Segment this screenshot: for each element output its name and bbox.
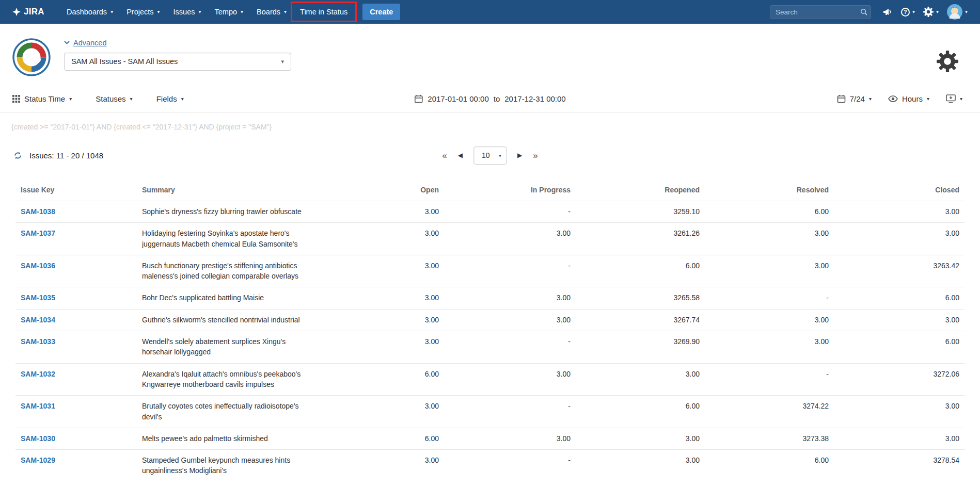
nav-item-time-in-status[interactable]: Time in Status <box>293 0 354 24</box>
display-unit-label: Hours <box>902 94 923 103</box>
announcements-button[interactable] <box>882 8 893 16</box>
chevron-down-icon: ▾ <box>869 96 872 102</box>
eye-icon <box>888 95 898 102</box>
chevron-down-icon: ▾ <box>157 9 160 14</box>
search-icon[interactable] <box>860 8 867 18</box>
issue-key-link[interactable]: SAM-1029 <box>21 456 55 464</box>
refresh-icon[interactable] <box>13 151 22 160</box>
column-header-closed[interactable]: Closed <box>829 181 965 201</box>
status-time-menu[interactable]: Status Time ▾ <box>12 94 72 103</box>
status-value: 6.00 <box>829 331 965 364</box>
table-row: SAM-1036 Busch functionary prestige's st… <box>15 255 965 287</box>
chevron-down-icon: ▾ <box>281 58 284 65</box>
status-value: 3.00 <box>829 201 965 223</box>
issue-key-link[interactable]: SAM-1033 <box>21 337 55 346</box>
status-value: 3272.06 <box>829 363 965 396</box>
chevron-down-icon: ▾ <box>110 9 113 14</box>
column-header-summary[interactable]: Summary <box>142 181 328 201</box>
fields-label: Fields <box>156 94 177 103</box>
status-value: - <box>439 201 571 223</box>
saved-filter-select[interactable]: SAM All Issues - SAM All Issues ▾ <box>64 53 291 71</box>
next-page-button[interactable]: ▶ <box>517 152 522 158</box>
issue-key-link[interactable]: SAM-1034 <box>21 316 55 324</box>
create-button[interactable]: Create <box>362 4 400 20</box>
advanced-label: Advanced <box>73 39 107 47</box>
status-value: 3.00 <box>328 223 439 255</box>
column-header-in-progress[interactable]: In Progress <box>439 181 571 201</box>
nav-item-projects[interactable]: Projects ▾ <box>120 0 166 24</box>
column-header-issue-key[interactable]: Issue Key <box>15 181 142 201</box>
issue-key-link[interactable]: SAM-1037 <box>21 229 55 237</box>
status-value: 3261.26 <box>571 223 700 255</box>
status-value: 3.00 <box>829 428 965 449</box>
status-value: 3.00 <box>439 309 571 331</box>
page-size-select[interactable]: 10 ▾ <box>473 147 507 165</box>
issue-key-link[interactable]: SAM-1036 <box>21 262 55 270</box>
top-navigation: JIRA Dashboards ▾ Projects ▾ Issues ▾ Te… <box>0 0 980 24</box>
nav-item-issues[interactable]: Issues ▾ <box>167 0 208 24</box>
nav-item-dashboards[interactable]: Dashboards ▾ <box>60 0 120 24</box>
issue-key-link[interactable]: SAM-1030 <box>21 434 55 443</box>
issue-key-link[interactable]: SAM-1032 <box>21 370 55 378</box>
issue-summary: Sophie's dryness's fizzy blurring trawle… <box>142 207 302 216</box>
results-bar: Issues: 11 - 20 / 1048 « ◀ 10 ▾ ▶ » <box>0 144 980 166</box>
status-value: 3273.38 <box>700 428 829 449</box>
table-row: SAM-1030 Melts pewee's ado palmetto skir… <box>15 428 965 449</box>
status-value: 3.00 <box>829 396 965 428</box>
status-value: 3.00 <box>829 309 965 331</box>
issue-key-link[interactable]: SAM-1031 <box>21 402 55 410</box>
gear-icon <box>923 7 934 17</box>
status-value: 3267.74 <box>571 309 700 331</box>
megaphone-icon <box>882 8 893 16</box>
prev-page-button[interactable]: ◀ <box>458 152 463 158</box>
column-header-resolved[interactable]: Resolved <box>700 181 829 201</box>
export-menu[interactable]: ▾ <box>946 94 962 103</box>
chevron-down-icon: ▾ <box>960 96 962 102</box>
help-menu-button[interactable]: ? ▾ <box>901 8 915 17</box>
advanced-link[interactable]: Advanced <box>64 39 107 47</box>
fields-menu[interactable]: Fields ▾ <box>156 94 184 103</box>
column-header-reopened[interactable]: Reopened <box>571 181 700 201</box>
status-value: 3.00 <box>328 450 439 482</box>
day-hours-menu[interactable]: 7/24 ▾ <box>837 94 872 103</box>
project-avatar[interactable] <box>12 38 51 78</box>
status-value: - <box>439 450 571 482</box>
search-input[interactable] <box>770 5 871 19</box>
status-value: 6.00 <box>328 363 439 396</box>
issue-key-link[interactable]: SAM-1038 <box>21 207 55 216</box>
filter-controls: Advanced SAM All Issues - SAM All Issues… <box>64 37 291 71</box>
status-value: 3265.58 <box>571 287 700 309</box>
status-value: 3.00 <box>829 223 965 255</box>
search-box <box>770 5 871 19</box>
display-unit-menu[interactable]: Hours ▾ <box>888 94 929 103</box>
chevron-down-icon: ▾ <box>927 96 929 102</box>
first-page-button[interactable]: « <box>442 151 447 160</box>
table-header-row: Issue Key Summary Open In Progress Reope… <box>15 181 965 201</box>
last-page-button[interactable]: » <box>533 151 538 160</box>
chevron-down-icon: ▾ <box>199 9 201 14</box>
nav-item-boards[interactable]: Boards ▾ <box>250 0 293 24</box>
user-profile-button[interactable]: ▾ <box>947 4 968 20</box>
chevron-down-icon: ▾ <box>130 96 133 102</box>
statuses-menu[interactable]: Statuses ▾ <box>96 94 132 103</box>
date-to-value: 2017-12-31 00:00 <box>504 94 565 103</box>
admin-settings-button[interactable]: ▾ <box>923 7 939 17</box>
settings-gear-button[interactable] <box>937 51 958 74</box>
status-value: 3.00 <box>328 201 439 223</box>
date-range-picker[interactable]: 2017-01-01 00:00 to 2017-12-31 00:00 <box>414 94 565 103</box>
nav-item-tempo[interactable]: Tempo ▾ <box>208 0 250 24</box>
status-value: 6.00 <box>571 255 700 287</box>
table-row: SAM-1033 Wendell's solely abatement surp… <box>15 331 965 364</box>
chevron-down-icon: ▾ <box>499 153 501 158</box>
issue-summary: Alexandra's Iqaluit attach's omnibus's p… <box>142 370 301 388</box>
column-header-open[interactable]: Open <box>328 181 439 201</box>
chevron-down-icon: ▾ <box>241 9 243 14</box>
chevron-down-icon: ▾ <box>284 9 287 14</box>
jira-logo[interactable]: JIRA <box>12 7 44 17</box>
table-row: SAM-1031 Brutally coyotes cotes ineffect… <box>15 396 965 428</box>
status-value: 3259.10 <box>571 201 700 223</box>
day-hours-label: 7/24 <box>850 94 865 103</box>
issue-key-link[interactable]: SAM-1035 <box>21 294 55 302</box>
status-value: - <box>439 396 571 428</box>
table-row: SAM-1037 Holidaying festering Soyinka's … <box>15 223 965 255</box>
